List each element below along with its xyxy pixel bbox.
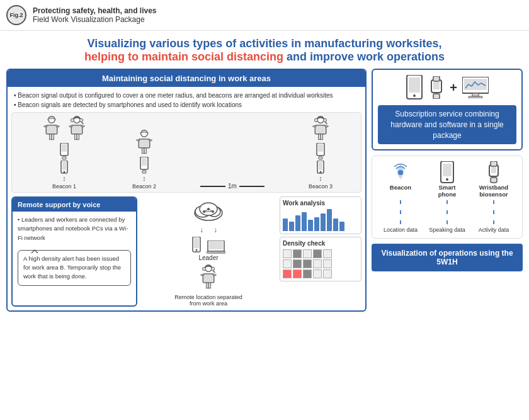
- beacon-bullet1: Beacon signal output is configured to co…: [14, 91, 359, 100]
- remote-location-label: Remote location separatedfrom work area: [174, 294, 242, 307]
- sub-monitor-icon: [462, 77, 489, 98]
- svg-rect-79: [472, 93, 479, 96]
- bar5: [308, 220, 313, 231]
- activity-data-item: Activity data: [475, 227, 513, 233]
- right-analysis: Work analysis: [280, 196, 361, 307]
- phone1-icon: [60, 161, 68, 174]
- beacon2-label: Beacon 2: [132, 183, 156, 190]
- svg-point-44: [319, 171, 321, 173]
- svg-rect-88: [491, 178, 497, 183]
- left-panel: Maintaining social distancing in work ar…: [6, 69, 367, 312]
- bar9: [333, 219, 338, 231]
- density-cell-alert: [283, 270, 292, 278]
- remote-leader-icon: [197, 264, 220, 292]
- svg-line-64: [213, 271, 215, 273]
- smartphone-device-label: Smartphone: [438, 184, 457, 198]
- main-title-red: helping to maintain social distancing: [84, 50, 283, 63]
- svg-rect-26: [149, 140, 152, 141]
- distance-label: 1m: [227, 183, 238, 190]
- laptop-icon: [207, 241, 225, 254]
- phone2-icon: [317, 161, 324, 174]
- density-cell: [293, 259, 302, 268]
- svg-line-9: [81, 122, 84, 125]
- svg-rect-38: [325, 126, 328, 127]
- svg-rect-28: [142, 158, 147, 166]
- svg-rect-74: [433, 82, 440, 89]
- wristband-device-label: Wristbandbiosensor: [479, 184, 508, 198]
- subscription-box: + Subscription service combining hardwar…: [372, 69, 523, 150]
- wristband-icon: [486, 161, 501, 184]
- beacon-bullet2: Beacon signals are detected by smartphon…: [14, 100, 359, 110]
- svg-point-81: [398, 170, 403, 175]
- beacon2-device-icon: [139, 157, 150, 174]
- svg-rect-43: [319, 162, 322, 170]
- speaking-data-item: Speaking data: [428, 227, 466, 233]
- fig-label: Fig.2: [9, 12, 23, 18]
- svg-rect-17: [62, 157, 66, 159]
- beacon1-label: Beacon 1: [52, 183, 76, 190]
- header-text: Protecting safety, health, and lives Fie…: [33, 6, 157, 24]
- svg-point-31: [314, 118, 317, 122]
- svg-rect-10: [71, 125, 82, 134]
- svg-rect-40: [318, 144, 323, 152]
- bar8: [327, 209, 332, 231]
- svg-rect-25: [137, 140, 140, 141]
- svg-rect-35: [318, 134, 321, 140]
- subscription-text: Subscription service combining hardware …: [378, 105, 516, 144]
- alert-speech-bubble: A high density alert has been issued for…: [18, 250, 131, 286]
- wristband-device-item: Wristbandbiosensor: [475, 161, 513, 198]
- svg-rect-87: [491, 161, 497, 166]
- devices-row: Beacon Smartphone: [377, 161, 517, 198]
- svg-point-0: [48, 116, 55, 123]
- right-panel: + Subscription service combining hardwar…: [372, 69, 523, 312]
- svg-point-21: [141, 130, 148, 137]
- bar2: [289, 222, 294, 231]
- svg-rect-22: [139, 139, 150, 148]
- svg-rect-29: [142, 171, 146, 173]
- smartphone-device-item: Smartphone: [428, 161, 466, 198]
- bar10: [339, 222, 344, 231]
- sub-wearable-icon: [428, 76, 445, 99]
- main-title-blue: and improve work operations: [287, 50, 445, 63]
- svg-rect-65: [203, 274, 214, 283]
- density-cell: [313, 259, 322, 268]
- density-cell: [323, 270, 332, 278]
- svg-rect-23: [142, 148, 144, 154]
- svg-point-7: [71, 118, 74, 122]
- svg-rect-3: [52, 134, 54, 140]
- center-flow: ↓ ↓: [141, 196, 276, 307]
- density-cell: [313, 270, 322, 278]
- svg-rect-80: [469, 96, 482, 98]
- remote-support-header: Remote support by voice: [13, 198, 136, 212]
- svg-point-57: [196, 249, 198, 251]
- remote-support-body: • Leaders and workers are connected by s…: [13, 212, 136, 246]
- svg-point-72: [413, 94, 416, 97]
- svg-rect-66: [206, 283, 208, 288]
- svg-rect-71: [409, 77, 420, 93]
- sub-phone-icon: [406, 75, 423, 100]
- svg-rect-68: [201, 275, 204, 276]
- svg-point-32: [323, 118, 326, 122]
- density-cell-alert: [293, 270, 302, 278]
- devices-grid: Beacon Smartphone: [372, 156, 523, 239]
- svg-rect-41: [319, 157, 322, 159]
- svg-rect-11: [74, 134, 77, 140]
- beacon-info: Beacon signal output is configured to co…: [8, 87, 365, 112]
- svg-rect-60: [207, 251, 225, 253]
- bar1: [283, 219, 288, 231]
- worker1-icon: [40, 115, 63, 143]
- distance-arrow: 1m: [200, 183, 264, 190]
- mini-chart: [283, 209, 358, 231]
- data-row: Location data Speaking data Activity dat…: [377, 227, 517, 233]
- beacon-device-item: Beacon: [382, 161, 419, 198]
- beacon3-label: Beacon 3: [309, 183, 333, 190]
- svg-rect-86: [491, 167, 496, 173]
- svg-rect-69: [213, 275, 216, 276]
- density-cell: [293, 249, 302, 258]
- header-line2: Field Work Visualization Package: [33, 15, 157, 24]
- svg-rect-13: [69, 126, 72, 127]
- main-title-line1: Visualizing various types of activities …: [13, 37, 516, 50]
- worker2-icon: [65, 115, 88, 143]
- main-title-block: Visualizing various types of activities …: [0, 31, 529, 69]
- svg-point-62: [202, 267, 205, 270]
